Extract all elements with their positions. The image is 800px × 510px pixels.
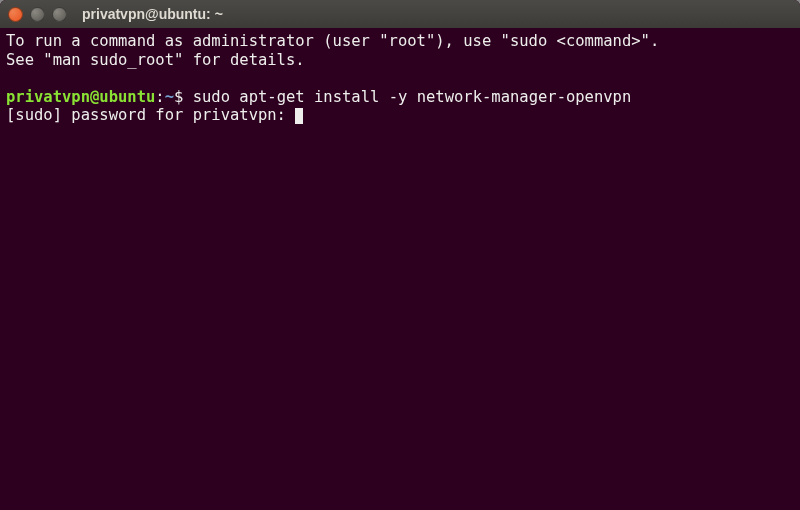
titlebar[interactable]: privatvpn@ubuntu: ~	[0, 0, 800, 28]
cursor-icon	[295, 108, 303, 124]
terminal-window: privatvpn@ubuntu: ~ To run a command as …	[0, 0, 800, 510]
maximize-icon[interactable]	[52, 7, 67, 22]
prompt-path: ~	[165, 88, 174, 106]
password-prompt: [sudo] password for privatvpn:	[6, 106, 295, 124]
close-icon[interactable]	[8, 7, 23, 22]
command-text: sudo apt-get install -y network-manager-…	[193, 88, 632, 106]
prompt-separator: :	[155, 88, 164, 106]
terminal-body[interactable]: To run a command as administrator (user …	[0, 28, 800, 510]
motd-line: See "man sudo_root" for details.	[6, 51, 305, 69]
motd-line: To run a command as administrator (user …	[6, 32, 659, 50]
minimize-icon[interactable]	[30, 7, 45, 22]
prompt-user-host: privatvpn@ubuntu	[6, 88, 155, 106]
prompt-symbol: $	[174, 88, 183, 106]
window-title: privatvpn@ubuntu: ~	[82, 6, 223, 22]
